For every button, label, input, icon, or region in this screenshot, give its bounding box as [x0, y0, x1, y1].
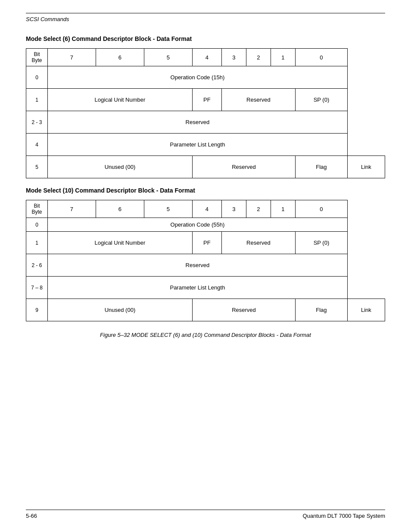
table1-col-2: 2	[246, 49, 271, 66]
table-row: 0 Operation Code (15h)	[26, 66, 385, 89]
footer-rule	[26, 510, 385, 510]
table1-row4-byte: 5	[26, 156, 48, 178]
table1-row2-cell0: Reserved	[48, 111, 348, 134]
table1-bit-label: Bit	[34, 51, 40, 57]
table1-row3-cell0: Parameter List Length	[48, 134, 348, 156]
table2-bit-label: Bit	[34, 203, 40, 209]
table-row: 1 Logical Unit Number PF Reserved SP (0)	[26, 232, 385, 254]
table2-row2-byte: 2 - 6	[26, 254, 48, 277]
table1-byte-label: Byte	[31, 57, 42, 63]
table2: Bit Byte 7 6 5 4 3 2 1 0 0 Operation Cod…	[26, 200, 385, 321]
table1-col-1: 1	[271, 49, 295, 66]
table-row: 5 Unused (00) Reserved Flag Link	[26, 156, 385, 178]
table2-col-3: 3	[221, 200, 246, 218]
table1-col-6: 6	[96, 49, 144, 66]
table1-row1-byte: 1	[26, 89, 48, 111]
table1: Bit Byte 7 6 5 4 3 2 1 0 0 Operation Cod…	[26, 48, 385, 178]
table1-row1-cell3: SP (0)	[296, 89, 348, 111]
table2-col-6: 6	[96, 200, 144, 218]
table2-row2-cell0: Reserved	[48, 254, 348, 277]
table2-col-0: 0	[296, 200, 348, 218]
table2-row4-byte: 9	[26, 299, 48, 321]
table2-col-7: 7	[48, 200, 96, 218]
table2-row4-cell0: Unused (00)	[48, 299, 193, 321]
table2-row3-cell0: Parameter List Length	[48, 277, 348, 299]
table-row: 7 – 8 Parameter List Length	[26, 277, 385, 299]
table2-row0-byte: 0	[26, 218, 48, 232]
table-row: 2 - 3 Reserved	[26, 111, 385, 134]
table1-col-3: 3	[221, 49, 246, 66]
table-row: 1 Logical Unit Number PF Reserved SP (0)	[26, 89, 385, 111]
table1-row0-byte: 0	[26, 66, 48, 89]
table2-row1-cell0: Logical Unit Number	[48, 232, 193, 254]
table1-row4-cell1: Reserved	[192, 156, 295, 178]
page: SCSI Commands Mode Select (6) Command De…	[0, 0, 411, 532]
table-row: 4 Parameter List Length	[26, 134, 385, 156]
table2-col-2: 2	[246, 200, 271, 218]
table1-row1-cell1: PF	[192, 89, 221, 111]
header-rule	[26, 13, 385, 13]
table1-header-row: Bit Byte 7 6 5 4 3 2 1 0	[26, 49, 385, 66]
figure-caption: Figure 5–32 MODE SELECT (6) and (10) Com…	[26, 332, 385, 338]
table2-byte-label: Byte	[31, 209, 42, 215]
footer-title: Quantum DLT 7000 Tape System	[303, 513, 386, 519]
table1-title: Mode Select (6) Command Descriptor Block…	[26, 35, 385, 42]
table2-row3-byte: 7 – 8	[26, 277, 48, 299]
table2-row1-cell3: SP (0)	[296, 232, 348, 254]
footer: 5-66 Quantum DLT 7000 Tape System	[26, 513, 385, 519]
table1-row4-cell2: Flag	[296, 156, 348, 178]
table1-col-7: 7	[48, 49, 96, 66]
table2-row1-cell2: Reserved	[221, 232, 295, 254]
table2-title: Mode Select (10) Command Descriptor Bloc…	[26, 187, 385, 194]
table1-bit-byte-cell: Bit Byte	[26, 49, 48, 66]
footer-page: 5-66	[26, 513, 37, 519]
table-row: 0 Operation Code (55h)	[26, 218, 385, 232]
table2-row0-cell0: Operation Code (55h)	[48, 218, 348, 232]
table1-row1-cell0: Logical Unit Number	[48, 89, 193, 111]
table2-col-4: 4	[192, 200, 221, 218]
table1-row4-cell3: Link	[347, 156, 385, 178]
table-row: 2 - 6 Reserved	[26, 254, 385, 277]
table2-col-5: 5	[144, 200, 192, 218]
table1-row2-byte: 2 - 3	[26, 111, 48, 134]
table1-row3-byte: 4	[26, 134, 48, 156]
table1-col-5: 5	[144, 49, 192, 66]
table1-row4-cell0: Unused (00)	[48, 156, 193, 178]
table-row: 9 Unused (00) Reserved Flag Link	[26, 299, 385, 321]
table2-row4-cell1: Reserved	[192, 299, 295, 321]
table2-row1-cell1: PF	[192, 232, 221, 254]
table1-col-0: 0	[296, 49, 348, 66]
table1-col-4: 4	[192, 49, 221, 66]
table2-row4-cell2: Flag	[296, 299, 348, 321]
table1-row1-cell2: Reserved	[221, 89, 295, 111]
table2-bit-byte-cell: Bit Byte	[26, 200, 48, 218]
header-text: SCSI Commands	[26, 16, 385, 22]
table2-header-row: Bit Byte 7 6 5 4 3 2 1 0	[26, 200, 385, 218]
table2-col-1: 1	[271, 200, 295, 218]
table2-row1-byte: 1	[26, 232, 48, 254]
table1-row0-cell0: Operation Code (15h)	[48, 66, 348, 89]
table2-row4-cell3: Link	[347, 299, 385, 321]
